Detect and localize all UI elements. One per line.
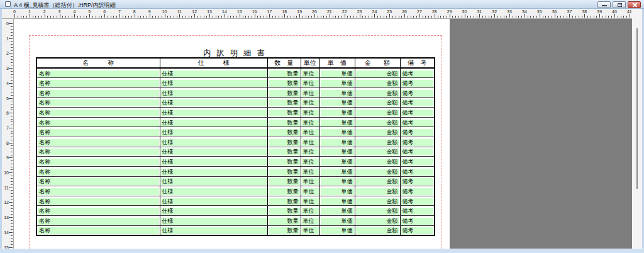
field-unit[interactable]: 単位 xyxy=(302,129,319,136)
field-qty[interactable]: 数量 xyxy=(269,227,300,234)
field-name[interactable]: 名称 xyxy=(38,169,159,176)
field-spec[interactable]: 仕様 xyxy=(161,99,267,106)
field-remarks[interactable]: 備考 xyxy=(401,129,434,136)
field-name[interactable]: 名称 xyxy=(38,80,159,87)
field-unit_price[interactable]: 単価 xyxy=(321,198,354,205)
field-qty[interactable]: 数量 xyxy=(269,120,300,126)
field-remarks[interactable]: 備考 xyxy=(401,218,434,225)
field-amount[interactable]: 金額 xyxy=(356,188,399,195)
field-name[interactable]: 名称 xyxy=(38,129,159,136)
vertical-scrollbar-thumb[interactable] xyxy=(636,28,638,189)
field-amount[interactable]: 金額 xyxy=(356,70,399,77)
field-name[interactable]: 名称 xyxy=(38,139,159,146)
field-unit_price[interactable]: 単価 xyxy=(321,139,354,146)
field-amount[interactable]: 金額 xyxy=(356,149,399,155)
field-qty[interactable]: 数量 xyxy=(269,218,300,225)
field-unit[interactable]: 単位 xyxy=(302,139,319,146)
field-remarks[interactable]: 備考 xyxy=(401,110,434,116)
field-unit[interactable]: 単位 xyxy=(302,120,319,126)
field-amount[interactable]: 金額 xyxy=(356,99,399,106)
field-remarks[interactable]: 備考 xyxy=(401,159,434,166)
field-remarks[interactable]: 備考 xyxy=(401,208,434,215)
field-unit_price[interactable]: 単価 xyxy=(321,159,354,166)
field-unit[interactable]: 単位 xyxy=(302,169,319,176)
field-unit[interactable]: 単位 xyxy=(302,110,319,116)
field-name[interactable]: 名称 xyxy=(38,99,159,106)
close-button[interactable] xyxy=(628,1,641,8)
field-amount[interactable]: 金額 xyxy=(356,90,399,97)
field-qty[interactable]: 数量 xyxy=(269,178,300,185)
field-unit[interactable]: 単位 xyxy=(302,80,319,87)
field-amount[interactable]: 金額 xyxy=(356,218,399,225)
field-qty[interactable]: 数量 xyxy=(269,139,300,146)
field-amount[interactable]: 金額 xyxy=(356,110,399,116)
field-qty[interactable]: 数量 xyxy=(269,198,300,205)
minimize-button[interactable] xyxy=(597,1,611,8)
field-qty[interactable]: 数量 xyxy=(269,188,300,195)
field-unit[interactable]: 単位 xyxy=(302,218,319,225)
field-unit[interactable]: 単位 xyxy=(302,178,319,185)
field-unit_price[interactable]: 単価 xyxy=(321,70,354,77)
field-unit_price[interactable]: 単価 xyxy=(321,110,354,116)
field-spec[interactable]: 仕様 xyxy=(161,159,267,166)
field-spec[interactable]: 仕様 xyxy=(161,178,267,185)
field-name[interactable]: 名称 xyxy=(38,110,159,116)
field-unit[interactable]: 単位 xyxy=(302,208,319,215)
field-qty[interactable]: 数量 xyxy=(269,208,300,215)
field-qty[interactable]: 数量 xyxy=(269,70,300,77)
field-name[interactable]: 名称 xyxy=(38,120,159,126)
field-unit_price[interactable]: 単価 xyxy=(321,169,354,176)
field-spec[interactable]: 仕様 xyxy=(161,149,267,155)
field-spec[interactable]: 仕様 xyxy=(161,110,267,116)
field-remarks[interactable]: 備考 xyxy=(401,70,434,77)
field-unit_price[interactable]: 単価 xyxy=(321,227,354,234)
field-unit_price[interactable]: 単価 xyxy=(321,99,354,106)
field-remarks[interactable]: 備考 xyxy=(401,149,434,155)
field-name[interactable]: 名称 xyxy=(38,227,159,234)
field-remarks[interactable]: 備考 xyxy=(401,169,434,176)
field-unit_price[interactable]: 単価 xyxy=(321,149,354,155)
field-unit[interactable]: 単位 xyxy=(302,70,319,77)
field-unit_price[interactable]: 単価 xyxy=(321,188,354,195)
field-qty[interactable]: 数量 xyxy=(269,110,300,116)
field-name[interactable]: 名称 xyxy=(38,188,159,195)
field-unit_price[interactable]: 単価 xyxy=(321,80,354,87)
field-unit[interactable]: 単位 xyxy=(302,90,319,97)
field-amount[interactable]: 金額 xyxy=(356,129,399,136)
field-spec[interactable]: 仕様 xyxy=(161,227,267,234)
field-spec[interactable]: 仕様 xyxy=(161,198,267,205)
field-spec[interactable]: 仕様 xyxy=(161,218,267,225)
field-unit[interactable]: 単位 xyxy=(302,149,319,155)
field-remarks[interactable]: 備考 xyxy=(401,178,434,185)
field-name[interactable]: 名称 xyxy=(38,218,159,225)
field-unit_price[interactable]: 単価 xyxy=(321,120,354,126)
field-amount[interactable]: 金額 xyxy=(356,139,399,146)
field-unit_price[interactable]: 単価 xyxy=(321,129,354,136)
field-amount[interactable]: 金額 xyxy=(356,80,399,87)
field-spec[interactable]: 仕様 xyxy=(161,70,267,77)
field-unit_price[interactable]: 単価 xyxy=(321,90,354,97)
field-name[interactable]: 名称 xyxy=(38,90,159,97)
field-unit_price[interactable]: 単価 xyxy=(321,178,354,185)
field-name[interactable]: 名称 xyxy=(38,159,159,166)
field-qty[interactable]: 数量 xyxy=(269,80,300,87)
field-spec[interactable]: 仕様 xyxy=(161,129,267,136)
field-amount[interactable]: 金額 xyxy=(356,198,399,205)
field-unit[interactable]: 単位 xyxy=(302,99,319,106)
field-name[interactable]: 名称 xyxy=(38,198,159,205)
field-amount[interactable]: 金額 xyxy=(356,120,399,126)
field-spec[interactable]: 仕様 xyxy=(161,120,267,126)
field-amount[interactable]: 金額 xyxy=(356,227,399,234)
field-qty[interactable]: 数量 xyxy=(269,149,300,155)
field-amount[interactable]: 金額 xyxy=(356,159,399,166)
vertical-scrollbar[interactable] xyxy=(632,9,642,249)
field-unit[interactable]: 単位 xyxy=(302,188,319,195)
field-qty[interactable]: 数量 xyxy=(269,99,300,106)
field-spec[interactable]: 仕様 xyxy=(161,208,267,215)
field-spec[interactable]: 仕様 xyxy=(161,139,267,146)
field-remarks[interactable]: 備考 xyxy=(401,188,434,195)
field-unit[interactable]: 単位 xyxy=(302,159,319,166)
field-remarks[interactable]: 備考 xyxy=(401,139,434,146)
field-remarks[interactable]: 備考 xyxy=(401,198,434,205)
field-amount[interactable]: 金額 xyxy=(356,178,399,185)
